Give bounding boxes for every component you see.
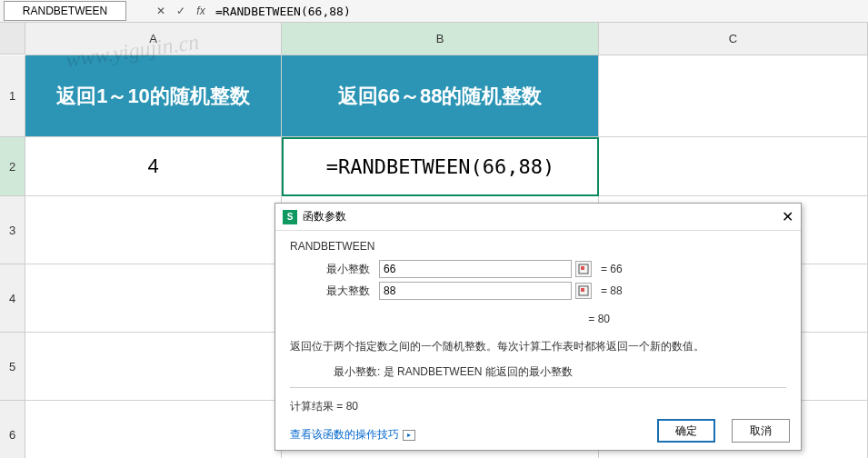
row-header-4[interactable]: 4 xyxy=(0,264,25,333)
formula-bar: RANDBETWEEN ✕ ✓ fx =RANDBETWEEN(66,88) xyxy=(0,0,868,23)
formula-controls: ✕ ✓ fx xyxy=(154,4,208,18)
param-min-label: 最小整数 xyxy=(290,262,379,277)
cell-a2[interactable]: 4 xyxy=(25,137,282,196)
svg-rect-1 xyxy=(581,266,584,270)
svg-rect-3 xyxy=(581,288,584,292)
cell-c2[interactable] xyxy=(599,137,868,196)
param-max-row: 最大整数 = 88 xyxy=(290,282,786,300)
cell-a3[interactable] xyxy=(25,196,282,264)
param-description: 最小整数: 是 RANDBETWEEN 能返回的最小整数 xyxy=(290,364,786,380)
dialog-title: 函数参数 xyxy=(303,209,782,224)
ok-button[interactable]: 确定 xyxy=(657,419,715,443)
row-header-1[interactable]: 1 xyxy=(0,55,25,137)
cell-c1[interactable] xyxy=(599,55,868,137)
row-header-2[interactable]: 2 xyxy=(0,137,25,196)
cancel-button[interactable]: 取消 xyxy=(732,419,790,443)
col-header-b[interactable]: B xyxy=(282,23,599,55)
range-picker-icon[interactable] xyxy=(575,261,592,277)
help-link[interactable]: 查看该函数的操作技巧 ▸ xyxy=(290,427,415,443)
cell-b2[interactable]: =RANDBETWEEN(66,88) xyxy=(282,137,599,196)
function-description: 返回位于两个指定数之间的一个随机整数。每次计算工作表时都将返回一个新的数值。 xyxy=(290,338,786,355)
video-icon: ▸ xyxy=(403,430,415,441)
cell-a6[interactable] xyxy=(25,401,282,458)
name-box[interactable]: RANDBETWEEN xyxy=(4,1,126,21)
formula-input[interactable]: =RANDBETWEEN(66,88) xyxy=(208,0,868,23)
param-min-row: 最小整数 = 66 xyxy=(290,260,786,278)
divider xyxy=(290,387,786,388)
row-header-3[interactable]: 3 xyxy=(0,196,25,264)
close-icon[interactable]: ✕ xyxy=(782,211,793,224)
param-max-input[interactable] xyxy=(379,282,572,300)
dialog-footer: 计算结果 = 80 xyxy=(290,395,786,420)
range-picker-icon[interactable] xyxy=(575,283,592,299)
dialog-titlebar[interactable]: S 函数参数 ✕ xyxy=(275,204,801,231)
cancel-icon[interactable]: ✕ xyxy=(154,4,168,18)
cell-a1[interactable]: 返回1～10的随机整数 xyxy=(25,55,282,137)
cell-b1[interactable]: 返回66～88的随机整数 xyxy=(282,55,599,137)
param-max-label: 最大整数 xyxy=(290,284,379,299)
app-logo-icon: S xyxy=(283,210,297,224)
function-args-dialog: S 函数参数 ✕ RANDBETWEEN 最小整数 = 66 最大整数 = 88… xyxy=(274,203,802,451)
row-header-6[interactable]: 6 xyxy=(0,401,25,458)
function-result: = 80 xyxy=(290,313,786,325)
col-header-a[interactable]: A xyxy=(25,23,282,55)
dialog-body: RANDBETWEEN 最小整数 = 66 最大整数 = 88 = 80 返回位… xyxy=(275,231,801,450)
cell-a5[interactable] xyxy=(25,333,282,401)
cell-a4[interactable] xyxy=(25,264,282,333)
col-header-c[interactable]: C xyxy=(599,23,868,55)
function-name: RANDBETWEEN xyxy=(290,240,786,253)
help-link-text: 查看该函数的操作技巧 xyxy=(290,427,399,443)
select-all-corner[interactable] xyxy=(0,23,25,55)
param-max-result: = 88 xyxy=(601,284,623,297)
fx-icon[interactable]: fx xyxy=(194,4,208,18)
dialog-buttons: 确定 取消 xyxy=(657,419,790,443)
accept-icon[interactable]: ✓ xyxy=(174,4,188,18)
param-min-input[interactable] xyxy=(379,260,572,278)
row-header-5[interactable]: 5 xyxy=(0,333,25,401)
calc-result: 计算结果 = 80 xyxy=(290,399,358,414)
param-min-result: = 66 xyxy=(601,263,623,275)
